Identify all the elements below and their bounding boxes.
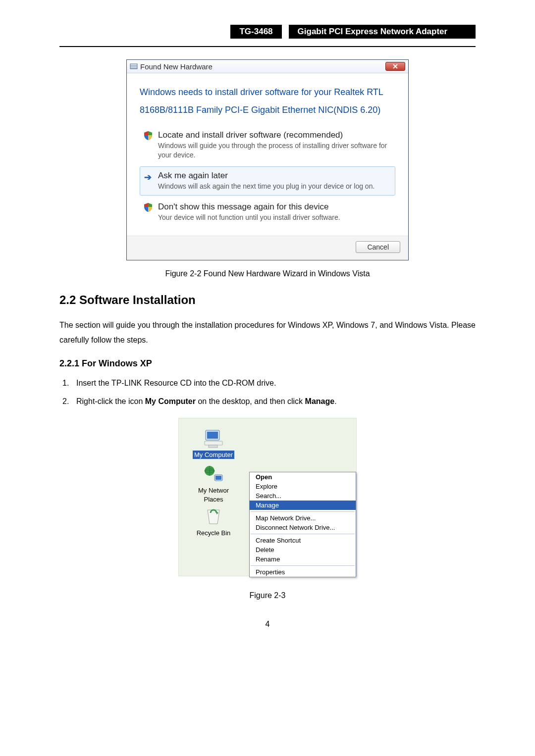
ctx-explore[interactable]: Explore <box>250 482 356 491</box>
computer-icon <box>203 428 224 448</box>
svg-rect-5 <box>207 432 218 439</box>
svg-rect-11 <box>215 476 221 480</box>
option-title: Don't show this message again for this d… <box>158 202 390 212</box>
svg-rect-7 <box>209 445 217 448</box>
option-title: Ask me again later <box>158 171 390 181</box>
text: on the desktop, and then click <box>196 397 305 405</box>
figure-2-2-caption: Figure 2-2 Found New Hardware Wizard in … <box>59 269 476 278</box>
option-desc: Windows will guide you through the proce… <box>158 141 390 160</box>
window-icon <box>130 63 138 70</box>
my-network-places-icon[interactable]: My NetworPlaces <box>191 464 236 504</box>
option-locate-install[interactable]: Locate and install driver software (reco… <box>140 126 395 164</box>
step-1: 1. Insert the TP-LINK Resource CD into t… <box>62 376 476 391</box>
option-desc: Your device will not function until you … <box>158 213 390 222</box>
bold-text: Manage <box>305 397 335 405</box>
my-computer-icon[interactable]: My Computer <box>191 428 236 459</box>
ctx-delete[interactable]: Delete <box>250 545 356 554</box>
ctx-disconnect-drive[interactable]: Disconnect Network Drive... <box>250 523 356 532</box>
option-desc: Windows will ask again the next time you… <box>158 182 390 191</box>
step-text: Insert the TP-LINK Resource CD into the … <box>76 376 276 391</box>
ctx-manage[interactable]: Manage <box>250 501 356 510</box>
ctx-search[interactable]: Search... <box>250 491 356 501</box>
found-new-hardware-dialog: Found New Hardware Windows needs to inst… <box>126 59 409 260</box>
dialog-body: Windows needs to install driver software… <box>127 73 408 236</box>
icon-label: Recycle Bin <box>197 529 231 537</box>
separator <box>251 511 355 512</box>
svg-rect-6 <box>205 441 222 445</box>
icon-label: My NetworPlaces <box>198 487 229 503</box>
section-2-2-heading: 2.2 Software Installation <box>59 293 476 307</box>
shield-icon <box>144 203 153 212</box>
page-number: 4 <box>59 620 476 629</box>
header-rule <box>59 46 476 47</box>
separator <box>251 565 355 566</box>
text: . <box>334 397 336 405</box>
model-badge: TG-3468 <box>230 25 281 39</box>
icon-label: My Computer <box>193 451 234 459</box>
step-number: 1. <box>62 376 76 391</box>
option-ask-later[interactable]: ➔ Ask me again later Windows will ask ag… <box>140 166 395 196</box>
steps-list: 1. Insert the TP-LINK Resource CD into t… <box>59 376 476 409</box>
recycle-bin-icon[interactable]: Recycle Bin <box>191 506 236 537</box>
shield-icon <box>144 131 153 140</box>
text: Right-click the icon <box>76 397 145 405</box>
dialog-message-line1: Windows needs to install driver software… <box>140 83 395 101</box>
network-icon <box>203 464 224 484</box>
doc-title: Gigabit PCI Express Network Adapter <box>289 25 476 39</box>
dialog-footer: Cancel <box>127 236 408 260</box>
ctx-create-shortcut[interactable]: Create Shortcut <box>250 536 356 545</box>
step-number: 2. <box>62 394 76 409</box>
figure-2-3-caption: Figure 2-3 <box>59 591 476 600</box>
section-2-2-para: The section will guide you through the i… <box>59 318 476 348</box>
close-button[interactable] <box>385 62 405 71</box>
arrow-right-icon: ➔ <box>144 172 153 181</box>
recycle-icon <box>203 506 224 526</box>
context-menu: Open Explore Search... Manage Map Networ… <box>249 472 356 577</box>
ctx-open[interactable]: Open <box>250 472 356 482</box>
doc-header: TG-3468 Gigabit PCI Express Network Adap… <box>59 25 476 39</box>
dialog-message-line2: 8168B/8111B Family PCI-E Gigabit Etherne… <box>140 101 395 119</box>
step-text: Right-click the icon My Computer on the … <box>76 394 337 409</box>
bold-text: My Computer <box>145 397 196 405</box>
separator <box>251 534 355 534</box>
dialog-titlebar: Found New Hardware <box>127 60 408 73</box>
ctx-properties[interactable]: Properties <box>250 567 356 577</box>
cancel-button[interactable]: Cancel <box>356 241 400 253</box>
dialog-message: Windows needs to install driver software… <box>140 83 395 119</box>
option-dont-show[interactable]: Don't show this message again for this d… <box>140 198 395 227</box>
ctx-rename[interactable]: Rename <box>250 554 356 564</box>
step-2: 2. Right-click the icon My Computer on t… <box>62 394 476 409</box>
dialog-title: Found New Hardware <box>140 62 385 71</box>
ctx-map-drive[interactable]: Map Network Drive... <box>250 513 356 523</box>
section-2-2-1-heading: 2.2.1 For Windows XP <box>59 358 476 369</box>
figure-2-3: My Computer My NetworPlaces Recycle Bin … <box>178 418 357 576</box>
option-title: Locate and install driver software (reco… <box>158 130 390 140</box>
